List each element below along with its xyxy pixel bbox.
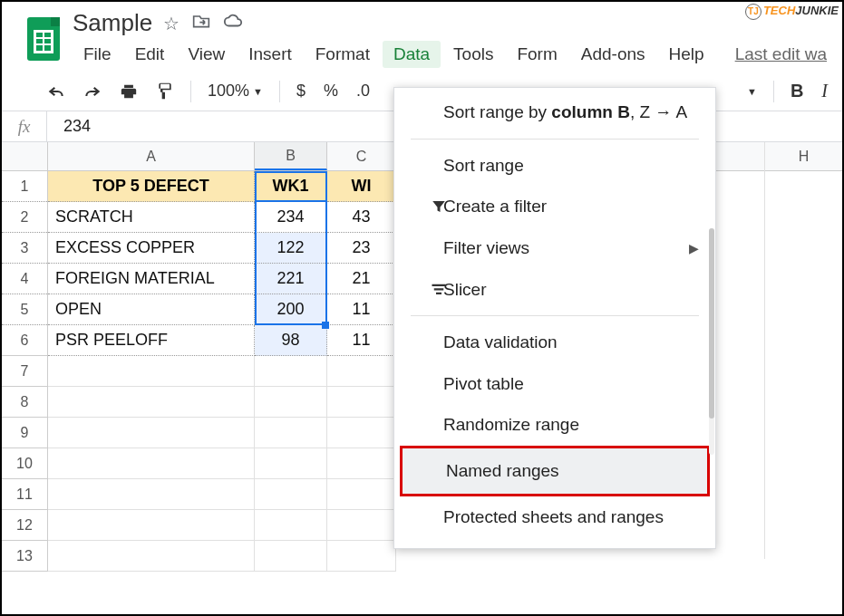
cell[interactable]: 11 — [327, 325, 396, 356]
cell[interactable] — [48, 479, 255, 510]
row-head-4[interactable]: 4 — [2, 264, 47, 294]
cell[interactable] — [48, 510, 255, 541]
row-head-6[interactable]: 6 — [2, 325, 47, 356]
menu-filter-views[interactable]: Filter views ▶ — [394, 227, 715, 269]
currency-button[interactable]: $ — [291, 78, 311, 104]
last-edit-link[interactable]: Last edit wa — [730, 41, 832, 68]
menu-randomize-range[interactable]: Randomize range — [394, 404, 715, 446]
undo-icon[interactable] — [42, 80, 71, 103]
cell[interactable] — [327, 448, 396, 479]
cell[interactable] — [327, 418, 396, 448]
menu-protected-sheets[interactable]: Protected sheets and ranges — [394, 496, 715, 538]
cell[interactable]: 221 — [255, 264, 327, 294]
cell[interactable]: 43 — [327, 202, 396, 233]
cell[interactable]: OPEN — [48, 294, 255, 325]
menu-format[interactable]: Format — [305, 41, 381, 68]
cell[interactable]: FOREIGN MATERIAL — [48, 264, 255, 294]
cell[interactable] — [327, 479, 396, 510]
menu-insert[interactable]: Insert — [238, 41, 303, 68]
zoom-select[interactable]: 100%▼ — [202, 78, 268, 104]
row-head-11[interactable]: 11 — [2, 479, 47, 510]
doc-title[interactable]: Sample — [73, 9, 152, 37]
select-all-corner[interactable] — [2, 142, 47, 171]
col-head-B[interactable]: B — [255, 142, 327, 170]
cell[interactable] — [48, 356, 255, 387]
menu-slicer[interactable]: Slicer — [394, 269, 715, 311]
sheets-logo-icon[interactable] — [27, 17, 60, 61]
cell[interactable]: 234 — [255, 202, 327, 233]
row-head-8[interactable]: 8 — [2, 387, 47, 418]
redo-icon[interactable] — [78, 80, 107, 103]
col-head-C[interactable]: C — [327, 142, 396, 170]
row-head-2[interactable]: 2 — [2, 202, 47, 233]
header-cell-C[interactable]: WI — [327, 171, 396, 202]
cell[interactable] — [255, 418, 327, 448]
menu-addons[interactable]: Add-ons — [570, 41, 656, 68]
italic-button[interactable]: I — [816, 77, 833, 105]
cell[interactable] — [327, 541, 396, 572]
cell[interactable]: SCRATCH — [48, 202, 255, 233]
cell[interactable] — [255, 356, 327, 387]
cell[interactable]: 98 — [255, 325, 327, 356]
cell[interactable]: 11 — [327, 294, 396, 325]
bold-button[interactable]: B — [785, 77, 809, 105]
chevron-right-icon: ▶ — [689, 239, 699, 256]
cell[interactable] — [327, 510, 396, 541]
cell[interactable] — [48, 541, 255, 572]
cell[interactable]: PSR PEELOFF — [48, 325, 255, 356]
cell[interactable]: EXCESS COPPER — [48, 233, 255, 264]
star-icon[interactable]: ☆ — [163, 13, 179, 34]
menu-scroll-thumb[interactable] — [709, 228, 714, 419]
menu-view[interactable]: View — [177, 41, 236, 68]
row-head-10[interactable]: 10 — [2, 448, 47, 479]
row-head-9[interactable]: 9 — [2, 418, 47, 448]
header-cell-B[interactable]: WK1 — [255, 171, 327, 202]
menu-data-validation[interactable]: Data validation — [394, 322, 715, 363]
menu-label: Sort range by — [443, 102, 551, 121]
cell[interactable]: 23 — [327, 233, 396, 264]
cell[interactable]: 200 — [255, 294, 327, 325]
cell[interactable] — [255, 479, 327, 510]
menu-pivot-table[interactable]: Pivot table — [394, 363, 715, 405]
menu-sort-range-by-column-b-za[interactable]: Sort range by column B, Z → A — [394, 91, 715, 133]
row-head-5[interactable]: 5 — [2, 294, 47, 325]
menu-named-ranges[interactable]: Named ranges — [400, 446, 710, 496]
cell[interactable] — [327, 356, 396, 387]
col-head-H[interactable]: H — [765, 142, 842, 171]
cell[interactable]: 122 — [255, 233, 327, 264]
row-head-1[interactable]: 1 — [2, 171, 47, 202]
menu-help[interactable]: Help — [658, 41, 715, 68]
print-icon[interactable] — [114, 80, 143, 103]
menu-label: Pivot table — [443, 372, 524, 396]
cell[interactable]: 21 — [327, 264, 396, 294]
header-cell-A[interactable]: TOP 5 DEFECT — [48, 171, 255, 202]
cell[interactable] — [48, 387, 255, 418]
row-head-7[interactable]: 7 — [2, 356, 47, 387]
menu-tools[interactable]: Tools — [442, 41, 504, 68]
menu-data[interactable]: Data — [383, 41, 441, 68]
menu-sort-range[interactable]: Sort range — [394, 145, 715, 187]
paint-format-icon[interactable] — [150, 79, 179, 104]
menu-file[interactable]: File — [73, 41, 122, 68]
cell[interactable] — [48, 448, 255, 479]
cloud-icon[interactable] — [223, 13, 243, 34]
cell[interactable] — [255, 448, 327, 479]
menu-create-filter[interactable]: Create a filter — [394, 186, 715, 227]
menu-edit[interactable]: Edit — [124, 41, 176, 68]
cell[interactable] — [327, 387, 396, 418]
cell[interactable] — [255, 387, 327, 418]
cell[interactable] — [255, 541, 327, 572]
cell[interactable] — [255, 510, 327, 541]
row-head-3[interactable]: 3 — [2, 233, 47, 264]
decrease-decimal-button[interactable]: .0 — [351, 78, 375, 104]
move-icon[interactable] — [192, 13, 210, 34]
cell[interactable] — [48, 418, 255, 448]
row-head-12[interactable]: 12 — [2, 510, 47, 541]
row-head-13[interactable]: 13 — [2, 541, 47, 572]
menu-form[interactable]: Form — [506, 41, 568, 68]
percent-button[interactable]: % — [318, 78, 344, 104]
col-head-A[interactable]: A — [48, 142, 255, 170]
menu-scrollbar[interactable] — [709, 228, 714, 455]
more-toolbar-dropdown[interactable]: ▼ — [742, 82, 762, 101]
menu-label: Filter views — [443, 236, 529, 260]
